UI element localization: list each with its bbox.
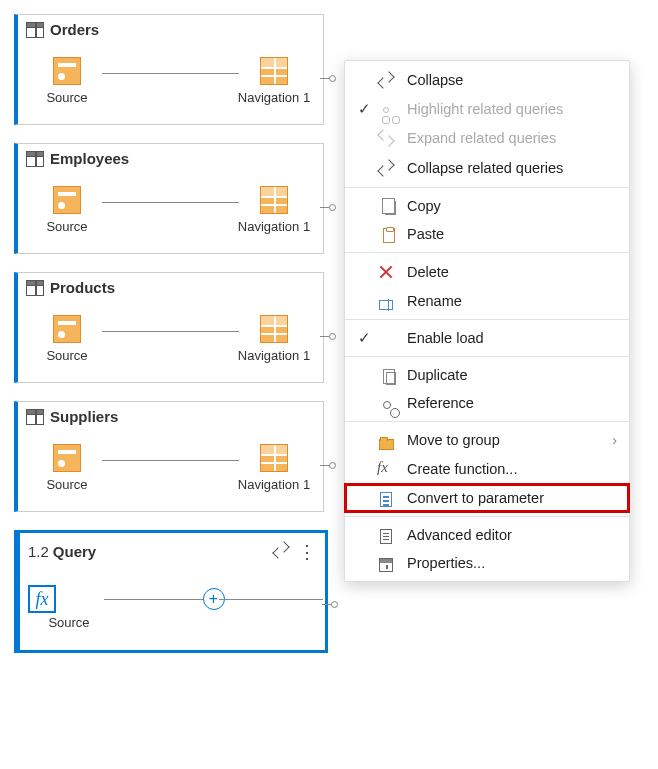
query-card-orders[interactable]: Orders Source Navigation 1: [14, 14, 324, 125]
step-connector: [102, 73, 239, 74]
datasource-icon: [53, 57, 81, 85]
menu-separator: [345, 187, 629, 188]
step-connector: [104, 599, 209, 600]
expand-icon: [377, 129, 395, 147]
query-prefix: 1.2: [28, 543, 49, 560]
step-connector: [102, 460, 239, 461]
menu-separator: [345, 356, 629, 357]
menu-enable-load[interactable]: ✓ Enable load: [345, 324, 629, 352]
step-source[interactable]: Source: [26, 315, 108, 363]
table-icon: [26, 280, 44, 296]
step-navigation[interactable]: Navigation 1: [233, 186, 315, 234]
menu-properties[interactable]: Properties...: [345, 549, 629, 577]
menu-highlight-related: ✓ Highlight related queries: [345, 95, 629, 123]
menu-rename[interactable]: Rename: [345, 287, 629, 315]
submenu-arrow-icon: ›: [612, 432, 617, 448]
datasource-icon: [53, 315, 81, 343]
reference-icon: [383, 401, 391, 409]
menu-copy[interactable]: Copy: [345, 192, 629, 220]
table-icon: [26, 151, 44, 167]
step-navigation[interactable]: Navigation 1: [233, 444, 315, 492]
query-title: Suppliers: [50, 408, 118, 425]
menu-collapse-related[interactable]: Collapse related queries: [345, 153, 629, 183]
menu-delete[interactable]: Delete: [345, 257, 629, 287]
menu-collapse[interactable]: Collapse: [345, 65, 629, 95]
table-icon: [26, 22, 44, 38]
step-source[interactable]: Source: [26, 186, 108, 234]
output-connector: [320, 207, 332, 208]
paste-icon: [383, 228, 395, 243]
function-icon: fx: [28, 585, 56, 613]
menu-create-function[interactable]: fx Create function...: [345, 454, 629, 484]
parameter-icon: [380, 492, 392, 507]
collapse-icon: [272, 541, 290, 559]
table-step-icon: [260, 57, 288, 85]
delete-icon: [377, 263, 395, 281]
fx-icon: fx: [377, 460, 395, 478]
collapse-card-button[interactable]: [268, 539, 294, 564]
step-navigation[interactable]: Navigation 1: [233, 315, 315, 363]
advanced-editor-icon: [380, 529, 392, 544]
query-card-employees[interactable]: Employees Source Navigation 1: [14, 143, 324, 254]
query-card-suppliers[interactable]: Suppliers Source Navigation 1: [14, 401, 324, 512]
output-connector: [322, 604, 334, 605]
collapse-icon: [377, 159, 395, 177]
datasource-icon: [53, 444, 81, 472]
menu-separator: [345, 252, 629, 253]
menu-separator: [345, 516, 629, 517]
step-source[interactable]: Source: [26, 444, 108, 492]
menu-duplicate[interactable]: Duplicate: [345, 361, 629, 389]
output-connector: [320, 336, 332, 337]
step-connector: [102, 202, 239, 203]
menu-move-to-group[interactable]: Move to group ›: [345, 426, 629, 454]
step-navigation[interactable]: Navigation 1: [233, 57, 315, 105]
table-icon: [26, 409, 44, 425]
more-options-button[interactable]: ⋮: [294, 541, 319, 563]
rename-icon: [379, 300, 393, 310]
query-title: Products: [50, 279, 115, 296]
highlight-related-icon: [383, 107, 389, 113]
query-title: Query: [53, 543, 96, 560]
query-title: Orders: [50, 21, 99, 38]
menu-convert-to-parameter[interactable]: Convert to parameter: [345, 484, 629, 512]
step-source[interactable]: fx Source: [28, 585, 110, 630]
properties-icon: [379, 558, 393, 572]
collapse-icon: [377, 71, 395, 89]
output-connector: [320, 78, 332, 79]
query-card-products[interactable]: Products Source Navigation 1: [14, 272, 324, 383]
query-title: Employees: [50, 150, 129, 167]
context-menu: Collapse ✓ Highlight related queries Exp…: [344, 60, 630, 582]
folder-icon: [379, 439, 394, 450]
menu-expand-related: Expand related queries: [345, 123, 629, 153]
copy-icon: [385, 201, 396, 215]
menu-paste[interactable]: Paste: [345, 220, 629, 248]
menu-separator: [345, 319, 629, 320]
datasource-icon: [53, 186, 81, 214]
step-connector: [219, 599, 324, 600]
table-step-icon: [260, 315, 288, 343]
step-connector: [102, 331, 239, 332]
menu-reference[interactable]: Reference: [345, 389, 629, 417]
duplicate-icon: [386, 372, 396, 385]
output-connector: [320, 465, 332, 466]
menu-advanced-editor[interactable]: Advanced editor: [345, 521, 629, 549]
query-card-query[interactable]: 1.2 Query ⋮ fx Source +: [14, 530, 328, 653]
step-source[interactable]: Source: [26, 57, 108, 105]
menu-separator: [345, 421, 629, 422]
table-step-icon: [260, 186, 288, 214]
table-step-icon: [260, 444, 288, 472]
